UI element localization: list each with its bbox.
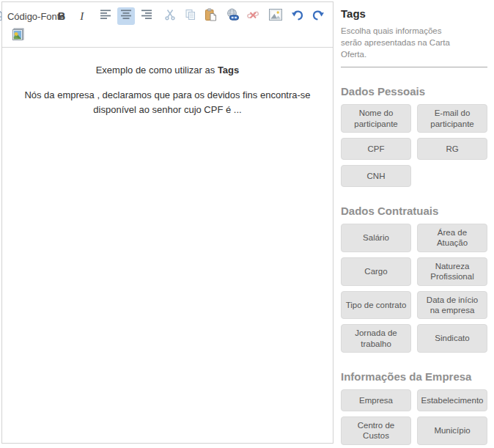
tag-button[interactable]: Data de início na empresa bbox=[417, 291, 487, 320]
unlink-button bbox=[244, 7, 262, 25]
editor-paragraph: Nós da empresa , declaramos que para os … bbox=[15, 88, 320, 117]
tag-button[interactable]: Tipo de contrato bbox=[341, 291, 411, 320]
tag-button[interactable]: Município bbox=[417, 416, 487, 445]
tag-sections: Dados PessoaisNome do participanteE-mail… bbox=[341, 85, 487, 448]
tag-section: Informações da EmpresaEmpresaEstabelecim… bbox=[341, 370, 487, 448]
unlink-icon bbox=[246, 9, 259, 24]
copy-icon bbox=[185, 9, 196, 23]
svg-text:</>: </> bbox=[0, 13, 1, 19]
source-code-button[interactable]: </> Código-Fonte bbox=[8, 7, 48, 25]
editor-toolbar: </> Código-Fonte B I bbox=[2, 2, 333, 48]
editor-content[interactable]: Exemplo de como utilizar as Tags Nós da … bbox=[2, 48, 333, 443]
link-icon bbox=[226, 8, 240, 24]
toolbar-row-1: </> Código-Fonte B I bbox=[8, 6, 327, 26]
editor-heading-text: Exemplo de como utilizar as bbox=[96, 65, 218, 76]
photo-icon bbox=[11, 27, 26, 45]
image-icon bbox=[269, 9, 282, 23]
bold-button[interactable]: B bbox=[53, 7, 70, 25]
tag-button[interactable]: Área de Atuação bbox=[417, 224, 487, 252]
tag-grid: SalárioÁrea de AtuaçãoCargoNatureza Prof… bbox=[341, 224, 487, 353]
copy-button bbox=[182, 7, 199, 25]
paste-button[interactable] bbox=[202, 7, 219, 25]
tag-button[interactable]: Cargo bbox=[341, 257, 411, 286]
align-left-button[interactable] bbox=[97, 7, 114, 25]
tag-section: Dados PessoaisNome do participanteE-mail… bbox=[341, 85, 487, 187]
tag-button[interactable]: Empresa bbox=[341, 389, 411, 411]
tag-button[interactable]: CNH bbox=[341, 165, 411, 187]
bold-icon: B bbox=[58, 10, 65, 22]
align-left-icon bbox=[100, 10, 111, 23]
align-center-button[interactable] bbox=[117, 7, 135, 25]
tag-button[interactable]: Estabelecimento bbox=[417, 389, 487, 411]
cut-icon bbox=[164, 9, 176, 23]
divider bbox=[341, 67, 487, 67]
undo-button[interactable] bbox=[289, 7, 306, 25]
editor-heading-bold: Tags bbox=[218, 65, 239, 76]
tag-button[interactable]: Jornada de trabalho bbox=[341, 324, 411, 353]
align-right-button[interactable] bbox=[138, 7, 155, 25]
page: </> Código-Fonte B I bbox=[0, 0, 494, 448]
tag-button[interactable]: Centro de Custos bbox=[341, 416, 411, 445]
tags-sidebar: Tags Escolha quais informações serão apr… bbox=[335, 0, 494, 448]
link-button[interactable] bbox=[224, 7, 242, 25]
section-heading: Dados Contratuais bbox=[341, 205, 487, 217]
photo-button[interactable] bbox=[10, 27, 27, 45]
tag-button[interactable]: RG bbox=[417, 138, 487, 160]
paste-icon bbox=[204, 8, 217, 24]
tag-section: Dados ContratuaisSalárioÁrea de AtuaçãoC… bbox=[341, 205, 487, 353]
redo-icon bbox=[311, 10, 325, 23]
tag-button[interactable]: Sindicato bbox=[417, 324, 487, 353]
tag-button[interactable]: Salário bbox=[341, 224, 411, 252]
tag-button[interactable]: CPF bbox=[341, 138, 411, 160]
undo-icon bbox=[291, 10, 304, 23]
section-heading: Informações da Empresa bbox=[341, 370, 487, 383]
image-button[interactable] bbox=[267, 7, 284, 25]
italic-button[interactable]: I bbox=[73, 7, 91, 25]
section-heading: Dados Pessoais bbox=[341, 85, 487, 98]
rich-text-editor: </> Código-Fonte B I bbox=[1, 1, 333, 444]
tag-button[interactable]: E-mail do participante bbox=[417, 104, 487, 133]
sidebar-subtitle: Escolha quais informações serão apresent… bbox=[341, 25, 460, 60]
align-right-icon bbox=[141, 10, 152, 23]
toolbar-row-2 bbox=[8, 26, 327, 45]
italic-icon: I bbox=[78, 10, 86, 23]
editor-heading: Exemplo de como utilizar as Tags bbox=[15, 63, 320, 78]
tag-button[interactable]: Natureza Profissional bbox=[417, 257, 487, 286]
redo-button[interactable] bbox=[309, 7, 327, 25]
sidebar-title: Tags bbox=[341, 7, 487, 20]
cut-button bbox=[161, 7, 179, 25]
tag-grid: EmpresaEstabelecimentoCentro de CustosMu… bbox=[341, 389, 487, 448]
source-code-icon: </> bbox=[0, 9, 4, 24]
tag-grid: Nome do participanteE-mail do participan… bbox=[341, 104, 487, 187]
tag-button[interactable]: Nome do participante bbox=[341, 104, 411, 133]
align-center-icon bbox=[120, 10, 132, 23]
